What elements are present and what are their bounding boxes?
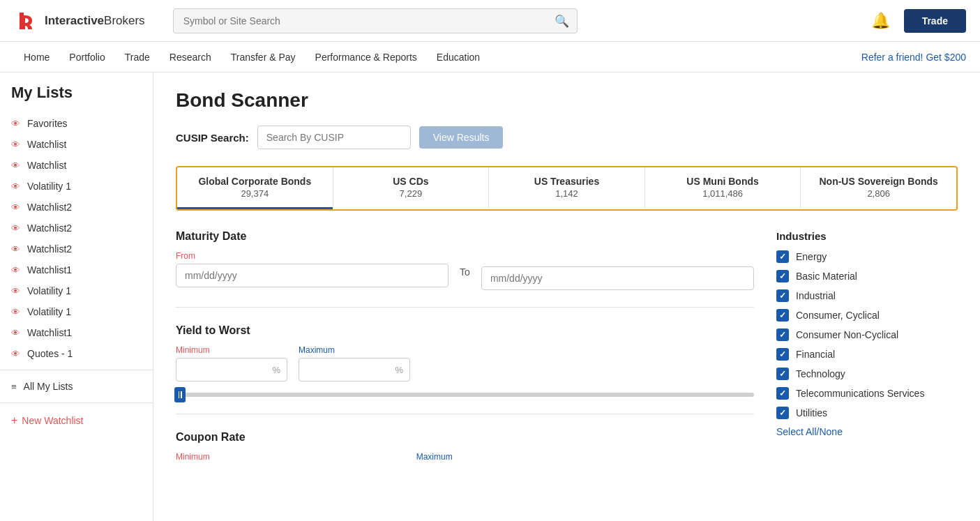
sidebar-label: Quotes - 1 bbox=[27, 348, 73, 359]
bond-tab-us-treasuries[interactable]: US Treasuries 1,142 bbox=[488, 167, 644, 209]
bond-tab-non-us-sovereign[interactable]: Non-US Sovereign Bonds 2,806 bbox=[800, 167, 956, 209]
industry-item-energy[interactable]: ✓ Energy bbox=[776, 250, 958, 263]
bond-tab-us-cds[interactable]: US CDs 7,229 bbox=[333, 167, 489, 209]
checkbox-basic-material[interactable]: ✓ bbox=[776, 270, 789, 282]
nav-item-research[interactable]: Research bbox=[160, 42, 221, 73]
industry-item-industrial[interactable]: ✓ Industrial bbox=[776, 289, 958, 302]
bond-tab-global-corporate[interactable]: Global Corporate Bonds 29,374 bbox=[177, 167, 333, 209]
checkbox-consumer-cyclical[interactable]: ✓ bbox=[776, 309, 789, 322]
checkbox-financial[interactable]: ✓ bbox=[776, 348, 789, 361]
content-area: Maturity Date From To Yield to W bbox=[176, 230, 958, 462]
yield-slider-handle-left[interactable] bbox=[174, 387, 186, 402]
new-watchlist-button[interactable]: + New Watchlist bbox=[0, 409, 153, 432]
bond-tab-name: US CDs bbox=[339, 176, 483, 187]
bond-tab-count: 7,229 bbox=[339, 188, 483, 199]
sidebar-item-watchlist2-2[interactable]: 👁 Watchlist2 bbox=[0, 218, 153, 239]
industry-label: Telecommunications Services bbox=[796, 388, 924, 399]
search-input[interactable] bbox=[173, 8, 578, 33]
checkbox-technology[interactable]: ✓ bbox=[776, 368, 789, 380]
sidebar-item-watchlist1-2[interactable]: 👁 Watchlist1 bbox=[0, 322, 153, 343]
cusip-search-row: CUSIP Search: View Results bbox=[176, 126, 958, 149]
yield-max-input[interactable]: 100.000 bbox=[299, 358, 410, 382]
yield-max-group: Maximum 100.000 % bbox=[299, 345, 410, 382]
checkmark-icon: ✓ bbox=[779, 310, 786, 320]
select-all-none-link[interactable]: Select All/None bbox=[776, 426, 958, 437]
nav-item-education[interactable]: Education bbox=[427, 42, 490, 73]
bond-tabs: Global Corporate Bonds 29,374 US CDs 7,2… bbox=[177, 167, 956, 209]
maturity-date-row: From To bbox=[176, 251, 754, 290]
checkmark-icon: ✓ bbox=[779, 388, 786, 398]
maturity-date-title: Maturity Date bbox=[176, 230, 754, 243]
list-icon: ≡ bbox=[11, 382, 17, 392]
sidebar-item-watchlist-1[interactable]: 👁 Watchlist bbox=[0, 134, 153, 155]
industry-item-telecom[interactable]: ✓ Telecommunications Services bbox=[776, 387, 958, 400]
search-bar[interactable]: 🔍 bbox=[173, 8, 578, 33]
bond-tab-name: US Muni Bonds bbox=[651, 176, 795, 187]
industry-label: Consumer Non-Cyclical bbox=[796, 329, 898, 340]
view-results-button[interactable]: View Results bbox=[419, 126, 504, 149]
bond-tabs-container: Global Corporate Bonds 29,374 US CDs 7,2… bbox=[176, 166, 958, 211]
industry-item-financial[interactable]: ✓ Financial bbox=[776, 348, 958, 361]
sidebar-item-favorites[interactable]: 👁 Favorites bbox=[0, 113, 153, 134]
sidebar-label: Watchlist1 bbox=[27, 327, 72, 338]
checkbox-industrial[interactable]: ✓ bbox=[776, 289, 789, 302]
nav-item-portfolio[interactable]: Portfolio bbox=[59, 42, 114, 73]
industry-item-utilities[interactable]: ✓ Utilities bbox=[776, 407, 958, 419]
sidebar-item-all-my-lists[interactable]: ≡ All My Lists bbox=[0, 376, 153, 397]
logo-text: InteractiveBrokers bbox=[45, 14, 145, 28]
sidebar-item-quotes-1[interactable]: 👁 Quotes - 1 bbox=[0, 343, 153, 364]
checkmark-icon: ✓ bbox=[779, 291, 786, 301]
sidebar-item-watchlist-2[interactable]: 👁 Watchlist bbox=[0, 155, 153, 176]
nav-item-trade[interactable]: Trade bbox=[115, 42, 160, 73]
sidebar-item-volatility-1[interactable]: 👁 Volatility 1 bbox=[0, 176, 153, 197]
industry-item-basic-material[interactable]: ✓ Basic Material bbox=[776, 270, 958, 282]
checkbox-telecom[interactable]: ✓ bbox=[776, 387, 789, 400]
yield-min-input[interactable]: 0.000 bbox=[176, 358, 287, 382]
sidebar-label: Favorites bbox=[27, 118, 68, 129]
industry-label: Consumer, Cyclical bbox=[796, 310, 880, 321]
yield-max-input-wrap: 100.000 % bbox=[299, 358, 410, 382]
sidebar-label: Watchlist2 bbox=[27, 222, 72, 234]
yield-slider-track[interactable] bbox=[176, 393, 754, 397]
sidebar-item-watchlist2-3[interactable]: 👁 Watchlist2 bbox=[0, 239, 153, 259]
logo[interactable]: InteractiveBrokers bbox=[14, 8, 145, 33]
coupon-max-label-spacer: Maximum bbox=[416, 452, 453, 462]
refer-link[interactable]: Refer a friend! Get $200 bbox=[861, 52, 966, 63]
nav-item-performance[interactable]: Performance & Reports bbox=[306, 42, 427, 73]
checkbox-utilities[interactable]: ✓ bbox=[776, 407, 789, 419]
bond-tab-name: Global Corporate Bonds bbox=[183, 176, 327, 187]
industry-label: Basic Material bbox=[796, 271, 857, 282]
sidebar-item-volatility-2[interactable]: 👁 Volatility 1 bbox=[0, 280, 153, 301]
checkmark-icon: ✓ bbox=[779, 349, 786, 359]
bond-tab-us-muni[interactable]: US Muni Bonds 1,011,486 bbox=[644, 167, 801, 209]
yield-inputs-row: Minimum 0.000 % Maximum 100.000 % bbox=[176, 345, 754, 382]
nav-item-home[interactable]: Home bbox=[14, 42, 59, 73]
filters: Maturity Date From To Yield to W bbox=[176, 230, 754, 462]
checkbox-energy[interactable]: ✓ bbox=[776, 250, 789, 263]
industry-item-technology[interactable]: ✓ Technology bbox=[776, 368, 958, 380]
sidebar-item-volatility-3[interactable]: 👁 Volatility 1 bbox=[0, 301, 153, 322]
eye-icon: 👁 bbox=[11, 328, 20, 338]
maturity-from-input[interactable] bbox=[176, 264, 448, 287]
checkbox-consumer-non-cyclical[interactable]: ✓ bbox=[776, 329, 789, 341]
nav-item-transfer[interactable]: Transfer & Pay bbox=[221, 42, 306, 73]
trade-button[interactable]: Trade bbox=[904, 9, 966, 33]
sidebar-item-watchlist2-1[interactable]: 👁 Watchlist2 bbox=[0, 197, 153, 218]
main-nav: Home Portfolio Trade Research Transfer &… bbox=[0, 42, 980, 73]
sidebar-label: Watchlist bbox=[27, 139, 66, 150]
cusip-input[interactable] bbox=[257, 126, 411, 149]
industry-label: Technology bbox=[796, 368, 845, 379]
industry-item-consumer-cyclical[interactable]: ✓ Consumer, Cyclical bbox=[776, 309, 958, 322]
yield-max-label: Maximum bbox=[299, 345, 410, 355]
bond-tab-count: 29,374 bbox=[183, 188, 327, 199]
to-field bbox=[481, 251, 754, 290]
industry-item-consumer-non-cyclical[interactable]: ✓ Consumer Non-Cyclical bbox=[776, 329, 958, 341]
from-label: From bbox=[176, 251, 448, 261]
sidebar-item-watchlist1-1[interactable]: 👁 Watchlist1 bbox=[0, 259, 153, 280]
eye-icon: 👁 bbox=[11, 181, 20, 192]
maturity-to-input[interactable] bbox=[481, 266, 754, 290]
checkmark-icon: ✓ bbox=[779, 408, 786, 418]
maturity-date-section: Maturity Date From To bbox=[176, 230, 754, 308]
eye-icon: 👁 bbox=[11, 349, 20, 359]
bell-icon[interactable]: 🔔 bbox=[871, 12, 890, 30]
